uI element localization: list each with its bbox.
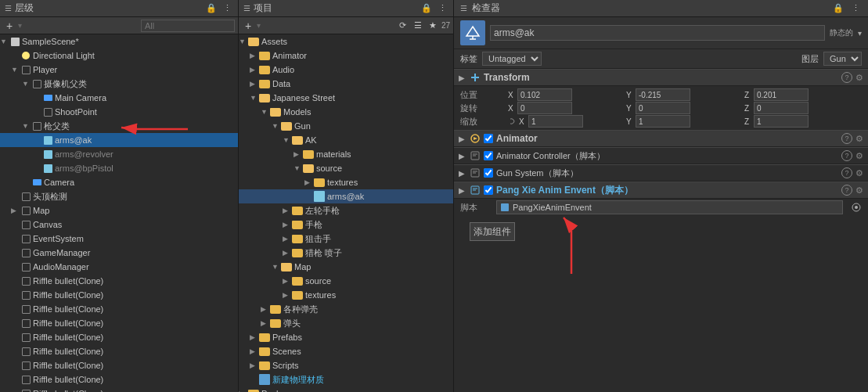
hierarchy-item-camera[interactable]: Camera [0,175,238,189]
hierarchy-item-riffle3[interactable]: Riffle bullet(Clone) [0,302,238,316]
transform-settings-icon[interactable]: ⚙ [855,73,863,83]
tree-arrow-player[interactable]: ▼ [11,66,20,74]
proj-arrow-japanese-street[interactable]: ▼ [250,94,259,102]
tree-arrow-camera-parent[interactable]: ▼ [22,80,31,88]
hierarchy-lock-btn[interactable]: 🔒 [205,2,218,15]
pos-y-input[interactable] [636,88,690,101]
project-item-arms-ak-file[interactable]: arms@ak [239,189,453,203]
inspector-menu-btn[interactable]: ⋮ [849,2,862,15]
hierarchy-item-camera-parent[interactable]: ▼摄像机父类 [0,77,238,91]
proj-arrow-scenes[interactable]: ▶ [250,347,259,355]
proj-arrow-materials[interactable]: ▶ [294,150,303,158]
gun-system-enabled-checkbox[interactable] [484,168,493,178]
project-item-ak[interactable]: ▼AK [239,133,453,147]
proj-arrow-shotgun[interactable]: ▶ [283,249,292,257]
proj-arrow-ak[interactable]: ▼ [283,136,292,144]
proj-arrow-map-textures[interactable]: ▶ [283,291,292,299]
animator-ctrl-header[interactable]: ▶ Animator Controller（脚本） ? ⚙ [454,147,868,164]
hierarchy-item-shoot-point[interactable]: ShootPoint [0,105,238,119]
project-item-animator[interactable]: ▶Animator [239,49,453,63]
hierarchy-item-arms-bppistol[interactable]: arms@bpPistol [0,161,238,175]
hierarchy-search[interactable] [141,20,235,32]
project-item-map-textures[interactable]: ▶textures [239,288,453,302]
tree-arrow-samplescene[interactable]: ▼ [0,38,9,45]
scale-z-input[interactable] [754,115,809,128]
hierarchy-item-main-camera[interactable]: Main Camera [0,91,238,105]
proj-arrow-map-folder[interactable]: ▼ [272,263,281,271]
rot-z-input[interactable] [754,102,809,114]
proj-arrow-textures[interactable]: ▶ [304,178,314,186]
project-item-prefabs[interactable]: ▶Prefabs [239,330,453,344]
project-item-textures[interactable]: ▶textures [239,175,453,189]
gun-system-help-icon[interactable]: ? [841,167,852,178]
add-component-button[interactable]: 添加组件 [470,222,515,241]
tree-arrow-gun-parent[interactable]: ▼ [22,122,31,130]
project-item-audio[interactable]: ▶Audio [239,63,453,77]
object-name-input[interactable] [490,25,825,41]
scale-x-input[interactable] [528,115,583,128]
proj-arrow-models[interactable]: ▼ [261,108,270,116]
project-item-materials[interactable]: ▶materials [239,147,453,161]
hierarchy-item-samplescene[interactable]: ▼SampleScene* [0,34,238,49]
proj-arrow-gun[interactable]: ▼ [272,122,281,130]
animator-enabled-checkbox[interactable] [484,134,493,143]
project-lock-btn[interactable]: 🔒 [420,2,433,15]
gun-system-header[interactable]: ▶ Gun System（脚本） ? ⚙ [454,164,868,182]
project-item-packages[interactable]: ▶Packages [239,387,453,392]
project-item-japanese-street[interactable]: ▼Japanese Street [239,91,453,105]
project-view-btn[interactable]: ☰ [412,20,424,32]
proj-arrow-sniper[interactable]: ▶ [283,235,292,243]
project-item-new-material[interactable]: 新建物理材质 [239,372,453,387]
hierarchy-item-riffle5[interactable]: Riffle bullet(Clone) [0,330,238,344]
hierarchy-item-audio-manager[interactable]: AudioManager [0,260,238,274]
hierarchy-item-riffle6[interactable]: Riffle bullet(Clone) [0,344,238,358]
hierarchy-item-event-system[interactable]: EventSystem [0,232,238,246]
project-item-scripts[interactable]: ▶Scripts [239,358,453,372]
project-item-assets[interactable]: ▼Assets [239,34,453,49]
project-star-btn[interactable]: ★ [427,20,439,32]
project-item-source[interactable]: ▼source [239,161,453,175]
hierarchy-item-riffle4[interactable]: Riffle bullet(Clone) [0,316,238,330]
proj-arrow-audio[interactable]: ▶ [250,66,259,74]
hierarchy-item-canvas[interactable]: Canvas [0,218,238,232]
pang-xie-help-icon[interactable]: ? [841,185,852,196]
hierarchy-item-arms-revolver[interactable]: arms@revolver [0,147,238,161]
project-item-sniper[interactable]: ▶狙击手 [239,232,453,246]
hierarchy-item-directional-light[interactable]: Directional Light [0,49,238,63]
layer-dropdown[interactable]: Gun [823,52,862,66]
project-add-btn[interactable]: + [242,20,254,32]
animator-ctrl-settings-icon[interactable]: ⚙ [855,151,863,161]
hierarchy-item-riffle8[interactable]: Riffle bullet(Clone) [0,372,238,387]
pos-x-input[interactable] [517,88,572,101]
animator-help-icon[interactable]: ? [841,133,852,144]
project-item-data[interactable]: ▶Data [239,77,453,91]
animator-settings-icon[interactable]: ⚙ [855,134,863,144]
hierarchy-item-riffle7[interactable]: Riffle bullet(Clone) [0,358,238,372]
hierarchy-item-arms-ak[interactable]: arms@ak [0,133,238,147]
project-item-bullets[interactable]: ▶各种弹壳 [239,302,453,316]
hierarchy-item-player[interactable]: ▼Player [0,63,238,77]
project-item-map-folder[interactable]: ▼Map [239,260,453,274]
tree-arrow-map[interactable]: ▶ [11,207,20,214]
proj-arrow-prefabs[interactable]: ▶ [250,333,259,341]
transform-header[interactable]: ▶ Transform ? ⚙ [454,69,868,86]
script-target-icon[interactable] [851,202,862,213]
hierarchy-add-btn[interactable]: + [3,20,16,32]
proj-arrow-data[interactable]: ▶ [250,80,259,88]
hierarchy-item-riffle9[interactable]: Riffle bullet(Clone) [0,387,238,392]
hierarchy-item-map[interactable]: ▶Map [0,203,238,218]
project-refresh-btn[interactable]: ⟳ [397,20,409,32]
proj-arrow-bullet2[interactable]: ▶ [261,319,270,327]
gun-system-settings-icon[interactable]: ⚙ [855,168,863,178]
hierarchy-item-riffle2[interactable]: Riffle bullet(Clone) [0,288,238,302]
project-item-handgun[interactable]: ▶手枪 [239,218,453,232]
pang-xie-enabled-checkbox[interactable] [484,185,493,195]
project-item-bullet2[interactable]: ▶弹头 [239,316,453,330]
proj-arrow-map-source[interactable]: ▶ [283,277,292,285]
proj-arrow-source[interactable]: ▼ [294,164,303,172]
project-item-scenes[interactable]: ▶Scenes [239,344,453,358]
project-item-gun[interactable]: ▼Gun [239,119,453,133]
rot-y-input[interactable] [636,102,690,114]
project-item-models[interactable]: ▼Models [239,105,453,119]
animator-ctrl-help-icon[interactable]: ? [841,150,852,161]
